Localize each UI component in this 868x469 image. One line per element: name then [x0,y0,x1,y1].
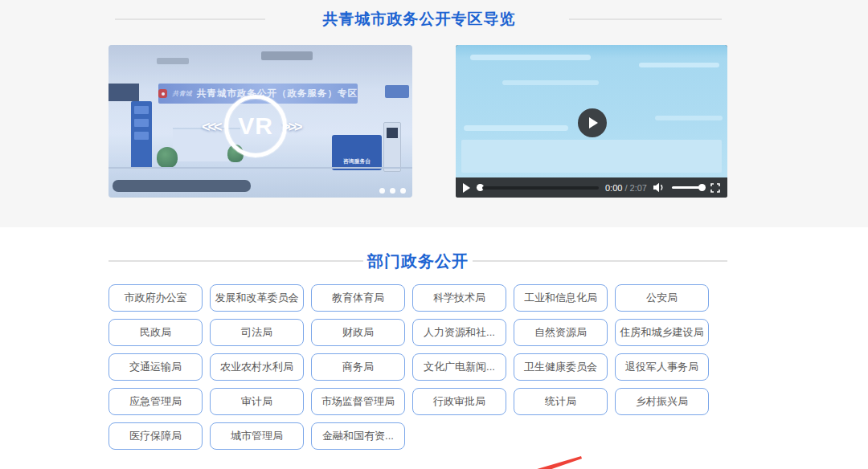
department-button[interactable]: 农业农村水利局 [210,353,304,381]
vr-logo[interactable]: VR [224,95,287,157]
department-button[interactable]: 行政审批局 [412,388,506,415]
department-button[interactable]: 司法局 [210,319,304,346]
department-button[interactable]: 金融和国有资... [311,422,405,450]
page-title: 共青城市政务公开专区导览 [323,9,516,30]
time-display: 0:00 / 2:07 [605,183,647,193]
video-player[interactable]: 0:00 / 2:07 [456,45,727,198]
department-button[interactable]: 工业和信息化局 [514,284,608,312]
divider-line [115,18,265,20]
ceiling-vent [261,51,313,60]
current-time: 0:00 [605,183,622,193]
service-desk: 咨询服务台 [332,135,382,170]
self-service-machine [383,122,401,172]
video-screen[interactable] [456,45,727,177]
vr-panorama-image[interactable]: 共青城 共青城市政务公开（政务服务）专区 咨询服务台 <<< >>> VR [108,45,412,198]
cloud-shape [655,116,723,120]
department-button[interactable]: 教育体育局 [311,284,405,312]
plant [157,147,178,168]
department-button[interactable]: 医疗保障局 [108,422,203,450]
department-button[interactable]: 退役军人事务局 [615,353,709,381]
department-button[interactable]: 城市管理局 [210,422,304,450]
cloud-shape [502,80,599,85]
volume-icon[interactable] [653,182,665,193]
hall-logo-script: 共青城 [172,89,191,99]
time-separator: / [622,183,629,193]
guide-section: 共青城市政务公开专区导览 共青城 共青城市政务公开（政务服务）专区 [0,0,868,227]
play-button-overlay[interactable] [578,108,607,137]
departments-title: 部门政务公开 [367,251,469,272]
department-button[interactable]: 住房和城乡建设局 [615,319,709,346]
hall-banner-text: 共青城市政务公开（政务服务）专区 [197,88,358,100]
cloud-shape [639,63,719,67]
department-button[interactable]: 文化广电新闻... [412,353,506,381]
waiting-bench [113,180,251,192]
department-button[interactable]: 交通运输局 [108,353,203,381]
department-button[interactable]: 公安局 [615,284,709,312]
department-button[interactable]: 统计局 [514,388,608,415]
info-kiosk [131,101,152,169]
department-button[interactable]: 商务局 [311,353,405,381]
hall-logo-icon [158,89,167,98]
guide-header: 共青城市政务公开专区导览 [108,7,727,31]
department-button[interactable]: 科学技术局 [412,284,506,312]
volume-slider[interactable] [672,186,704,189]
departments-header: 部门政务公开 [108,249,727,273]
carousel-dots[interactable] [379,188,406,194]
department-button[interactable]: 卫生健康委员会 [514,353,608,381]
cloud-shape [464,125,568,131]
hall-sign [385,85,409,98]
divider-line [108,260,363,262]
video-controls-bar: 0:00 / 2:07 [456,177,727,198]
hall-sign [108,84,139,101]
divider-line [473,260,727,262]
department-button[interactable]: 人力资源和社... [412,319,506,346]
department-button[interactable]: 财政局 [311,319,405,346]
duration: 2:07 [630,183,647,193]
departments-section: 部门政务公开 市政府办公室发展和改革委员会教育体育局科学技术局工业和信息化局公安… [0,227,868,450]
department-button[interactable]: 应急管理局 [108,388,203,415]
red-annotation-arrow [478,455,584,469]
cloud-shape [470,55,591,60]
department-button[interactable]: 乡村振兴局 [615,388,709,415]
service-desk-label: 咨询服务台 [343,157,371,165]
progress-bar[interactable] [477,184,599,191]
progress-track[interactable] [482,186,599,190]
rotate-left-arrows: <<< [202,119,220,136]
department-grid: 市政府办公室发展和改革委员会教育体育局科学技术局工业和信息化局公安局民政局司法局… [108,284,727,450]
department-button[interactable]: 市场监督管理局 [311,388,405,415]
department-button[interactable]: 发展和改革委员会 [210,284,304,312]
floor-line [108,167,412,169]
vr-logo-label: VR [238,112,273,140]
department-button[interactable]: 民政局 [108,319,203,346]
video-lower-band [461,140,722,173]
divider-line [569,18,722,20]
department-button[interactable]: 自然资源局 [514,319,608,346]
fullscreen-icon[interactable] [710,183,720,193]
department-button[interactable]: 审计局 [210,388,304,415]
volume-knob[interactable] [698,184,706,191]
department-button[interactable]: 市政府办公室 [108,284,203,312]
ceiling-vent [157,58,189,64]
play-icon[interactable] [463,183,470,193]
